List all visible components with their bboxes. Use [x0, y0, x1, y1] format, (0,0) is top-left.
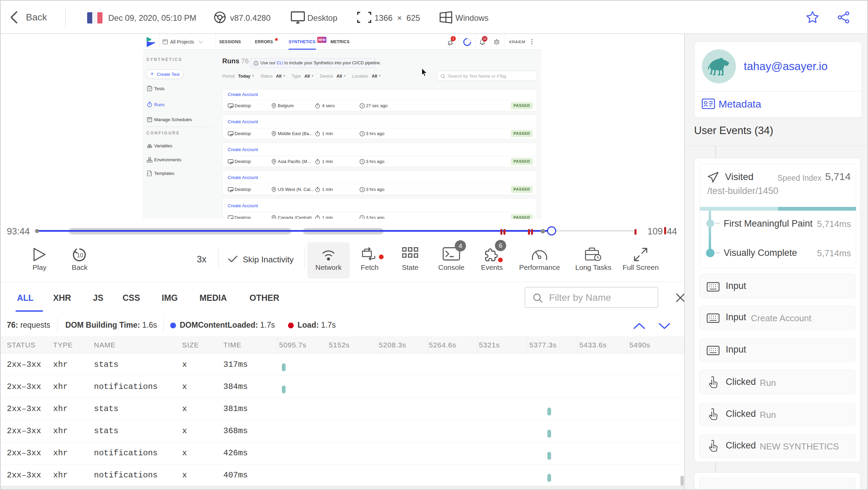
svg-text:10: 10: [77, 252, 83, 258]
